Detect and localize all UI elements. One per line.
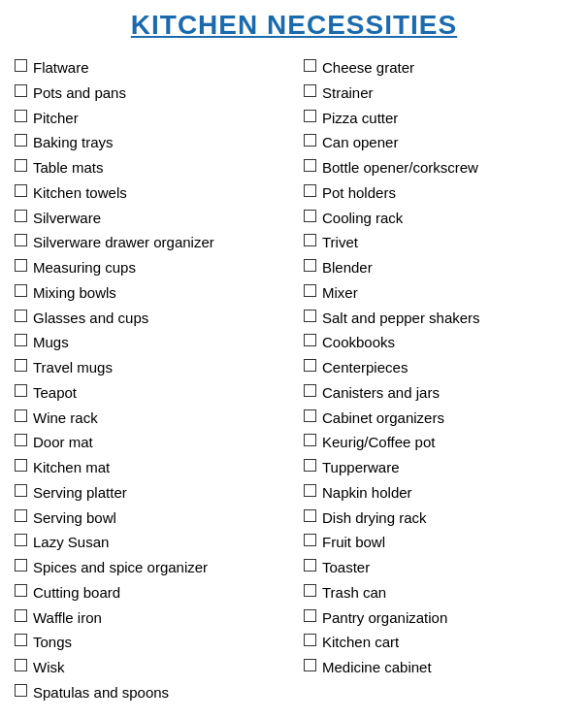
item-label: Tupperware — [322, 457, 573, 478]
list-item: Kitchen mat — [15, 456, 284, 479]
checkbox-1-right[interactable] — [304, 84, 316, 97]
list-item: Cheese grater — [304, 56, 573, 80]
list-item: Mixer — [304, 281, 573, 305]
item-label: Cookbooks — [322, 332, 573, 353]
checkbox-9-left[interactable] — [15, 284, 27, 297]
list-item: Trivet — [304, 231, 573, 254]
item-label: Keurig/Coffee pot — [322, 432, 573, 453]
checkbox-4-left[interactable] — [15, 159, 27, 172]
checkbox-5-left[interactable] — [15, 184, 27, 197]
checkbox-7-left[interactable] — [15, 234, 27, 246]
list-item: Bottle opener/corkscrew — [304, 156, 573, 180]
checkbox-23-left[interactable] — [15, 634, 27, 646]
checkbox-24-left[interactable] — [15, 659, 27, 671]
checkbox-11-left[interactable] — [15, 334, 27, 346]
checklist-columns: FlatwarePots and pansPitcherBaking trays… — [15, 56, 573, 704]
checkbox-5-right[interactable] — [304, 184, 316, 197]
checkbox-16-left[interactable] — [15, 459, 27, 472]
list-item: Travel mugs — [15, 356, 284, 379]
checkbox-3-left[interactable] — [15, 134, 27, 147]
item-label: Glasses and cups — [33, 308, 284, 329]
checkbox-9-right[interactable] — [304, 284, 316, 297]
checkbox-0-left[interactable] — [15, 59, 27, 72]
list-item: Trash can — [304, 581, 573, 605]
item-label: Pizza cutter — [322, 108, 573, 129]
list-item: Pitcher — [15, 107, 284, 130]
item-label: Teapot — [33, 382, 284, 404]
checkbox-25-left[interactable] — [15, 684, 27, 697]
list-item: Cutting board — [15, 581, 284, 605]
checkbox-12-right[interactable] — [304, 359, 316, 372]
checkbox-14-left[interactable] — [15, 409, 27, 422]
list-item: Canisters and jars — [304, 381, 573, 405]
right-column: Cheese graterStrainerPizza cutterCan ope… — [294, 56, 573, 704]
list-item: Door mat — [15, 431, 284, 454]
checkbox-15-right[interactable] — [304, 434, 316, 446]
checkbox-21-left[interactable] — [15, 584, 27, 597]
item-label: Silverware drawer organizer — [33, 232, 284, 253]
checkbox-20-left[interactable] — [15, 559, 27, 572]
checkbox-22-left[interactable] — [15, 609, 27, 622]
checkbox-24-right[interactable] — [304, 659, 316, 671]
checkbox-8-right[interactable] — [304, 259, 316, 272]
list-item: Wisk — [15, 656, 284, 679]
checkbox-18-left[interactable] — [15, 509, 27, 522]
checkbox-20-right[interactable] — [304, 559, 316, 572]
checkbox-6-left[interactable] — [15, 210, 27, 222]
list-item: Waffle iron — [15, 606, 284, 630]
list-item: Table mats — [15, 156, 284, 180]
list-item: Cabinet organizers — [304, 407, 573, 430]
checkbox-21-right[interactable] — [304, 584, 316, 597]
checkbox-23-right[interactable] — [304, 634, 316, 646]
checkbox-12-left[interactable] — [15, 359, 27, 372]
list-item: Tupperware — [304, 456, 573, 479]
list-item: Keurig/Coffee pot — [304, 431, 573, 454]
checkbox-19-right[interactable] — [304, 534, 316, 546]
checkbox-13-right[interactable] — [304, 384, 316, 397]
checkbox-7-right[interactable] — [304, 234, 316, 246]
item-label: Fruit bowl — [322, 532, 573, 553]
list-item: Centerpieces — [304, 356, 573, 379]
checkbox-10-left[interactable] — [15, 310, 27, 322]
item-label: Silverware — [33, 208, 284, 229]
list-item: Silverware drawer organizer — [15, 231, 284, 254]
checkbox-22-right[interactable] — [304, 609, 316, 622]
list-item: Pizza cutter — [304, 107, 573, 130]
item-label: Spatulas and spoons — [33, 682, 284, 703]
checkbox-17-right[interactable] — [304, 484, 316, 497]
item-label: Door mat — [33, 432, 284, 453]
checkbox-4-right[interactable] — [304, 159, 316, 172]
checkbox-18-right[interactable] — [304, 509, 316, 522]
item-label: Medicine cabinet — [322, 657, 573, 678]
list-item: Pantry organization — [304, 606, 573, 630]
item-label: Travel mugs — [33, 357, 284, 378]
list-item: Spices and spice organizer — [15, 556, 284, 579]
list-item: Wine rack — [15, 407, 284, 430]
item-label: Strainer — [322, 82, 573, 104]
list-item: Serving bowl — [15, 507, 284, 530]
list-item: Can opener — [304, 131, 573, 154]
checkbox-11-right[interactable] — [304, 334, 316, 346]
checkbox-1-left[interactable] — [15, 84, 27, 97]
checkbox-13-left[interactable] — [15, 384, 27, 397]
checkbox-16-right[interactable] — [304, 459, 316, 472]
checkbox-10-right[interactable] — [304, 310, 316, 322]
checkbox-19-left[interactable] — [15, 534, 27, 546]
checkbox-2-right[interactable] — [304, 110, 316, 122]
checkbox-0-right[interactable] — [304, 59, 316, 72]
item-label: Serving platter — [33, 482, 284, 504]
list-item: Tongs — [15, 631, 284, 654]
checkbox-17-left[interactable] — [15, 484, 27, 497]
list-item: Kitchen cart — [304, 631, 573, 654]
checkbox-6-right[interactable] — [304, 210, 316, 222]
item-label: Table mats — [33, 157, 284, 179]
item-label: Measuring cups — [33, 257, 284, 278]
item-label: Kitchen cart — [322, 632, 573, 653]
checkbox-15-left[interactable] — [15, 434, 27, 446]
item-label: Spices and spice organizer — [33, 557, 284, 578]
item-label: Mugs — [33, 332, 284, 353]
checkbox-3-right[interactable] — [304, 134, 316, 147]
checkbox-8-left[interactable] — [15, 259, 27, 272]
checkbox-2-left[interactable] — [15, 110, 27, 122]
checkbox-14-right[interactable] — [304, 409, 316, 422]
